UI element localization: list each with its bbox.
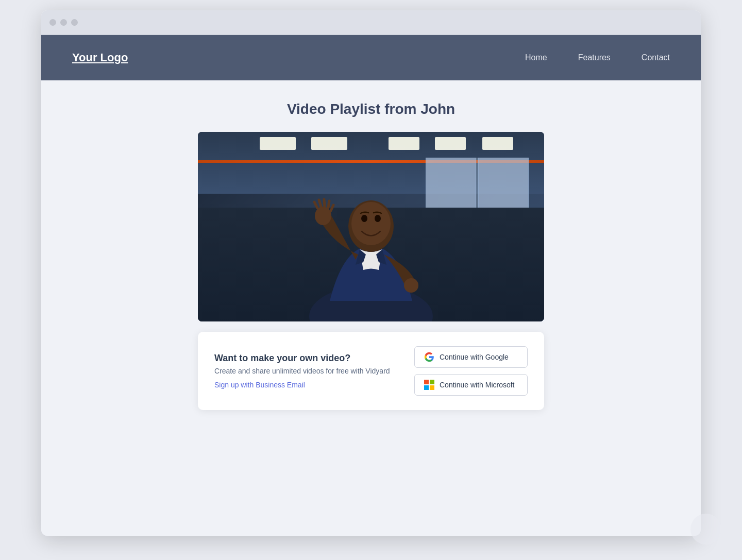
cta-left-section: Want to make your own video? Create and … (214, 353, 414, 389)
nav-contact[interactable]: Contact (642, 53, 670, 62)
site-nav: Home Features Contact (525, 53, 670, 62)
ms-yellow-square (430, 385, 434, 390)
ceiling-light-5 (482, 137, 513, 150)
window-pane (478, 158, 529, 208)
cta-subtitle: Create and share unlimited videos for fr… (214, 367, 414, 375)
browser-dot-yellow (60, 19, 67, 26)
signup-email-link[interactable]: Sign up with Business Email (214, 381, 305, 389)
ceiling-light-4 (435, 137, 466, 150)
browser-content: Your Logo Home Features Contact Video Pl… (41, 35, 701, 536)
ms-green-square (430, 380, 434, 384)
microsoft-button-label: Continue with Microsoft (440, 381, 515, 389)
ceiling-light-2 (311, 137, 347, 150)
google-button-label: Continue with Google (440, 353, 509, 361)
video-container[interactable] (198, 132, 544, 321)
svg-line-11 (331, 205, 333, 211)
main-content: Video Playlist from John (41, 80, 701, 441)
person-figure (283, 157, 459, 321)
ms-red-square (424, 380, 429, 384)
ceiling-light-1 (260, 137, 296, 150)
cta-card: Want to make your own video? Create and … (198, 332, 544, 410)
svg-point-5 (375, 215, 381, 222)
ms-blue-square (424, 385, 429, 390)
browser-dot-green (71, 19, 78, 26)
video-thumbnail (198, 132, 544, 321)
continue-google-button[interactable]: Continue with Google (414, 346, 528, 368)
cta-title: Want to make your own video? (214, 353, 414, 364)
svg-point-12 (404, 278, 418, 293)
svg-line-10 (328, 201, 329, 208)
continue-microsoft-button[interactable]: Continue with Microsoft (414, 374, 528, 396)
svg-line-7 (314, 202, 317, 208)
ceiling-light-3 (389, 137, 419, 150)
page-title: Video Playlist from John (287, 101, 455, 117)
microsoft-icon (424, 380, 434, 390)
nav-features[interactable]: Features (578, 53, 611, 62)
site-logo[interactable]: Your Logo (72, 51, 128, 64)
browser-dot-red (49, 19, 56, 26)
browser-window: Your Logo Home Features Contact Video Pl… (41, 10, 701, 536)
svg-line-9 (324, 199, 325, 207)
google-icon (424, 352, 434, 362)
browser-chrome (41, 10, 701, 35)
site-header: Your Logo Home Features Contact (41, 35, 701, 80)
cta-right-section: Continue with Google Continue with Micro… (414, 346, 528, 396)
svg-point-3 (351, 202, 391, 245)
svg-line-8 (319, 200, 321, 207)
svg-point-4 (361, 215, 367, 222)
nav-home[interactable]: Home (525, 53, 547, 62)
chat-bubble[interactable] (690, 514, 721, 545)
